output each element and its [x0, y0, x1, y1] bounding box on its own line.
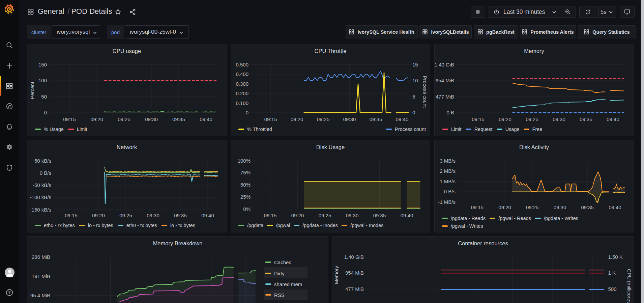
svg-text:09:25: 09:25 [118, 116, 130, 122]
svg-text:150: 150 [38, 62, 47, 67]
svg-text:09:25: 09:25 [319, 213, 331, 218]
svg-text:0.400: 0.400 [236, 71, 248, 77]
svg-text:100%: 100% [238, 158, 251, 164]
svg-text:09:40: 09:40 [396, 116, 409, 122]
svg-text:10: 10 [412, 78, 418, 83]
svg-text:09:30: 09:30 [553, 116, 565, 122]
svg-text:09:30: 09:30 [145, 116, 158, 122]
svg-text:09:20: 09:20 [92, 213, 105, 218]
svg-text:09:40: 09:40 [609, 204, 621, 210]
svg-text:1 K: 1 K [608, 270, 616, 276]
svg-text:50 kB/s: 50 kB/s [34, 158, 51, 164]
svg-text:0 B/s: 0 B/s [40, 170, 51, 176]
svg-text:50%: 50% [240, 182, 251, 188]
svg-text:09:20: 09:20 [291, 213, 304, 218]
svg-text:09:25: 09:25 [119, 213, 132, 218]
svg-text:09:40: 09:40 [401, 213, 413, 218]
svg-text:Memory: Memory [333, 266, 339, 284]
svg-text:0: 0 [246, 110, 248, 115]
svg-text:2 MB/s: 2 MB/s [440, 168, 456, 174]
svg-text:477 MiB: 477 MiB [436, 94, 454, 100]
svg-text:1.40 GiB: 1.40 GiB [435, 62, 454, 67]
svg-text:09:35: 09:35 [172, 116, 185, 122]
svg-text:75%: 75% [240, 170, 251, 175]
svg-text:0: 0 [412, 110, 415, 115]
svg-text:-150 kB/s: -150 kB/s [30, 207, 51, 213]
svg-text:09:30: 09:30 [147, 213, 159, 218]
svg-text:09:20: 09:20 [499, 116, 511, 122]
svg-text:0%: 0% [243, 206, 251, 212]
svg-text:09:15: 09:15 [264, 116, 277, 122]
svg-text:1.50 K: 1.50 K [608, 254, 623, 260]
svg-text:1 MB/s: 1 MB/s [440, 178, 456, 184]
svg-text:09:30: 09:30 [554, 204, 566, 210]
svg-text:09:35: 09:35 [373, 213, 386, 218]
svg-text:500: 500 [608, 286, 617, 292]
svg-text:954 MiB: 954 MiB [345, 270, 364, 276]
svg-text:25%: 25% [240, 194, 251, 200]
svg-text:09:15: 09:15 [471, 204, 484, 210]
svg-text:09:30: 09:30 [346, 213, 359, 218]
svg-text:09:35: 09:35 [174, 213, 187, 218]
svg-text:09:15: 09:15 [65, 213, 78, 218]
svg-text:09:40: 09:40 [200, 116, 212, 122]
svg-text:0 B: 0 B [446, 110, 454, 115]
svg-text:0.500: 0.500 [236, 62, 248, 67]
svg-text:0: 0 [44, 110, 47, 115]
svg-text:100: 100 [38, 78, 47, 83]
svg-text:09:25: 09:25 [526, 204, 539, 210]
svg-text:477 MiB: 477 MiB [345, 286, 364, 292]
svg-text:95.4 MiB: 95.4 MiB [30, 293, 50, 298]
svg-text:09:15: 09:15 [472, 116, 485, 122]
svg-text:09:15: 09:15 [264, 213, 277, 218]
svg-text:954 MiB: 954 MiB [436, 78, 454, 83]
svg-text:09:15: 09:15 [63, 116, 76, 122]
svg-text:?: ? [8, 290, 11, 295]
svg-text:09:35: 09:35 [580, 116, 592, 122]
svg-text:0.300: 0.300 [236, 81, 248, 87]
svg-text:15: 15 [412, 62, 418, 67]
svg-text:0.100: 0.100 [236, 100, 248, 106]
svg-text:286 MiB: 286 MiB [32, 254, 50, 260]
svg-text:09:30: 09:30 [343, 116, 356, 122]
svg-text:191 MiB: 191 MiB [32, 273, 50, 279]
svg-text:Percent: Percent [29, 81, 35, 99]
svg-text:09:20: 09:20 [90, 116, 103, 122]
svg-text:3 MB/s: 3 MB/s [440, 158, 456, 164]
svg-text:-50 kB/s: -50 kB/s [33, 182, 51, 188]
svg-text:-1 MB/s: -1 MB/s [438, 199, 456, 205]
svg-text:09:35: 09:35 [370, 116, 382, 122]
svg-text:Process count: Process count [422, 76, 428, 108]
svg-text:-100 kB/s: -100 kB/s [30, 194, 51, 200]
svg-text:50: 50 [41, 94, 47, 100]
svg-text:0 B/s: 0 B/s [444, 189, 456, 194]
svg-text:5: 5 [412, 94, 415, 100]
svg-text:09:40: 09:40 [607, 116, 619, 122]
svg-text:0.200: 0.200 [236, 90, 248, 96]
svg-text:09:35: 09:35 [581, 204, 594, 210]
svg-text:CPU (millicores): CPU (millicores) [626, 269, 632, 303]
svg-text:09:25: 09:25 [526, 116, 538, 122]
svg-text:09:20: 09:20 [498, 204, 511, 210]
svg-text:09:20: 09:20 [291, 116, 303, 122]
svg-text:1.40 GiB: 1.40 GiB [344, 254, 364, 260]
svg-text:09:40: 09:40 [201, 213, 214, 218]
svg-text:09:25: 09:25 [317, 116, 330, 122]
